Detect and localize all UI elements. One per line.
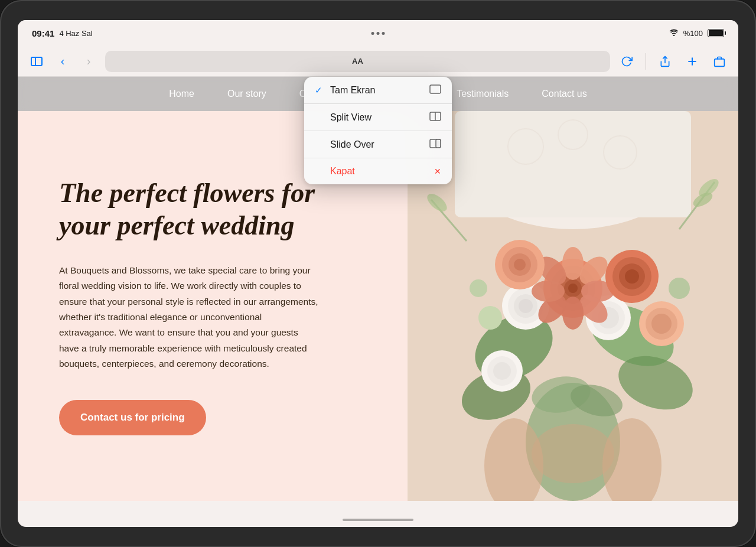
svg-point-45 bbox=[514, 259, 526, 271]
menu-label-kapat: Kapat bbox=[330, 166, 355, 177]
svg-point-18 bbox=[519, 299, 533, 313]
forward-button[interactable]: › bbox=[79, 52, 98, 71]
svg-point-41 bbox=[625, 269, 639, 284]
address-bar[interactable]: AA bbox=[105, 51, 610, 72]
menu-item-tam-ekran[interactable]: ✓ Tam Ekran bbox=[304, 77, 452, 104]
nav-item-home[interactable]: Home bbox=[152, 77, 211, 111]
menu-item-left: ✓ Slide Over bbox=[315, 139, 374, 150]
toolbar-right bbox=[656, 52, 729, 71]
status-right: %100 bbox=[669, 28, 724, 38]
dot bbox=[372, 32, 374, 35]
toolbar-divider bbox=[646, 53, 646, 70]
battery-icon bbox=[708, 29, 724, 37]
dropdown-menu: ✓ Tam Ekran ✓ Split View bbox=[304, 77, 452, 184]
full-screen-icon bbox=[429, 84, 441, 96]
menu-item-split-view[interactable]: ✓ Split View bbox=[304, 104, 452, 131]
battery-percentage: %100 bbox=[683, 29, 703, 38]
menu-item-left: ✓ Split View bbox=[315, 112, 372, 123]
hero-title: The perfect flowers for your perfect wed… bbox=[59, 177, 372, 242]
svg-point-24 bbox=[493, 362, 511, 380]
dot bbox=[377, 32, 380, 35]
status-time: 09:41 bbox=[32, 28, 54, 38]
flower-illustration bbox=[408, 111, 738, 501]
svg-point-29 bbox=[568, 284, 578, 293]
reload-icon bbox=[621, 56, 633, 67]
dot bbox=[382, 32, 385, 35]
svg-rect-3 bbox=[715, 58, 725, 66]
nav-item-contact[interactable]: Contact us bbox=[525, 77, 603, 111]
sidebar-toggle-button[interactable] bbox=[27, 52, 46, 71]
menu-label-split-view: Split View bbox=[330, 112, 372, 123]
sidebar-icon bbox=[31, 57, 43, 66]
svg-point-51 bbox=[470, 279, 487, 297]
tabs-icon bbox=[713, 56, 725, 67]
checkmark-icon: ✓ bbox=[315, 85, 324, 96]
share-icon bbox=[659, 56, 671, 67]
wifi-icon bbox=[669, 28, 679, 38]
share-button[interactable] bbox=[656, 52, 674, 71]
svg-point-49 bbox=[478, 306, 502, 330]
status-bar: 09:41 4 Haz Sal %100 bbox=[18, 20, 738, 46]
three-dots bbox=[372, 32, 385, 35]
menu-item-left: ✓ Kapat bbox=[315, 166, 355, 177]
ipad-frame: 09:41 4 Haz Sal %100 bbox=[0, 0, 756, 547]
nav-item-testimonials[interactable]: Testimonials bbox=[440, 77, 525, 111]
aa-label[interactable]: AA bbox=[352, 57, 363, 66]
svg-rect-6 bbox=[455, 111, 691, 217]
menu-item-kapat[interactable]: ✓ Kapat ✕ bbox=[304, 158, 452, 184]
contact-pricing-button[interactable]: Contact us for pricing bbox=[59, 400, 206, 435]
forward-icon: › bbox=[87, 54, 91, 68]
home-indicator bbox=[343, 519, 413, 521]
reload-button[interactable] bbox=[617, 52, 636, 71]
svg-point-50 bbox=[669, 278, 690, 299]
browser-toolbar: ‹ › AA bbox=[18, 46, 738, 77]
nav-item-our-story[interactable]: Our story bbox=[211, 77, 283, 111]
slide-over-icon bbox=[429, 139, 441, 150]
empty-check-2: ✓ bbox=[315, 139, 324, 150]
hero-image bbox=[408, 111, 738, 501]
split-view-icon bbox=[429, 112, 441, 123]
menu-item-left: ✓ Tam Ekran bbox=[315, 85, 375, 96]
tabs-button[interactable] bbox=[710, 52, 729, 71]
status-left: 09:41 4 Haz Sal bbox=[32, 28, 93, 38]
menu-label-tam-ekran: Tam Ekran bbox=[330, 85, 375, 96]
close-x-icon: ✕ bbox=[434, 167, 441, 176]
status-center bbox=[372, 32, 385, 35]
menu-item-slide-over[interactable]: ✓ Slide Over bbox=[304, 131, 452, 158]
back-button[interactable]: ‹ bbox=[53, 52, 72, 71]
status-date: 4 Haz Sal bbox=[59, 29, 92, 38]
plus-icon bbox=[686, 56, 698, 67]
battery-fill bbox=[709, 30, 723, 36]
back-icon: ‹ bbox=[61, 54, 65, 68]
svg-rect-66 bbox=[436, 139, 441, 148]
svg-point-48 bbox=[651, 314, 672, 334]
new-tab-button[interactable] bbox=[683, 52, 702, 71]
svg-point-54 bbox=[532, 424, 614, 483]
svg-rect-62 bbox=[430, 85, 441, 93]
menu-label-slide-over: Slide Over bbox=[330, 139, 374, 150]
dropdown-overlay: ✓ Tam Ekran ✓ Split View bbox=[304, 77, 452, 184]
ipad-screen: 09:41 4 Haz Sal %100 bbox=[18, 20, 738, 527]
empty-check-3: ✓ bbox=[315, 166, 324, 177]
empty-check: ✓ bbox=[315, 112, 324, 123]
hero-body: At Bouquets and Blossoms, we take specia… bbox=[59, 263, 319, 372]
